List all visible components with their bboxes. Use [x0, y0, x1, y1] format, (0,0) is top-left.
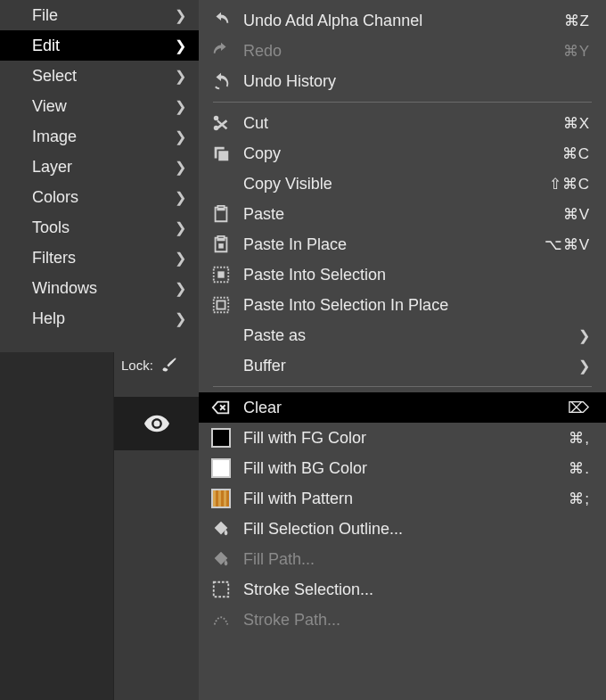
fg-swatch-icon	[209, 426, 233, 449]
edit-dropdown-menu: Undo Add Alpha Channel ⌘Z Redo ⌘Y Undo H…	[199, 0, 606, 700]
menu-layer-label: Layer	[32, 158, 72, 177]
menu-item-redo: Redo ⌘Y	[199, 36, 606, 66]
menu-item-shortcut: ⌘Z	[564, 12, 590, 30]
chevron-right-icon: ❯	[175, 7, 186, 24]
menu-item-shortcut: ⌘.	[569, 459, 590, 478]
menu-item-label: Fill with FG Color	[243, 429, 558, 448]
menu-item-label: Paste Into Selection In Place	[243, 296, 590, 315]
left-dock	[0, 352, 114, 700]
chevron-right-icon: ❯	[175, 189, 186, 206]
bg-swatch-icon	[209, 457, 233, 480]
menu-tools-label: Tools	[32, 218, 70, 237]
separator	[213, 386, 592, 387]
stroke-path-icon	[209, 608, 233, 631]
menu-item-paste-into-selection[interactable]: Paste Into Selection	[199, 259, 606, 290]
brush-icon[interactable]	[160, 356, 178, 374]
menu-item-paste-into-selection-in-place[interactable]: Paste Into Selection In Place	[199, 290, 606, 320]
menu-colors[interactable]: Colors ❯	[0, 182, 199, 212]
stroke-selection-icon	[209, 578, 233, 601]
menu-item-label: Stroke Path...	[243, 611, 590, 630]
menu-tools[interactable]: Tools ❯	[0, 212, 199, 243]
menu-windows-label: Windows	[32, 279, 97, 298]
menu-file[interactable]: File ❯	[0, 0, 199, 30]
menu-item-label: Paste Into Selection	[243, 266, 590, 284]
blank-icon	[209, 172, 233, 195]
menu-item-shortcut: ⌘X	[563, 114, 590, 133]
menu-filters[interactable]: Filters ❯	[0, 243, 199, 273]
menu-item-label: Paste	[243, 205, 553, 224]
menu-filters-label: Filters	[32, 249, 76, 268]
menu-item-shortcut: ⌘;	[569, 490, 590, 508]
menu-item-cut[interactable]: Cut ⌘X	[199, 108, 606, 138]
menu-item-label: Paste as	[243, 326, 568, 345]
menu-item-paste[interactable]: Paste ⌘V	[199, 199, 606, 229]
menu-item-label: Buffer	[243, 357, 568, 375]
undo-icon	[209, 9, 233, 32]
menu-select[interactable]: Select ❯	[0, 61, 199, 91]
menu-item-stroke-selection[interactable]: Stroke Selection...	[199, 574, 606, 605]
menu-item-paste-in-place[interactable]: Paste In Place ⌥⌘V	[199, 229, 606, 259]
scissors-icon	[209, 111, 233, 135]
clear-icon	[209, 396, 233, 419]
menu-item-undo[interactable]: Undo Add Alpha Channel ⌘Z	[199, 5, 606, 36]
chevron-right-icon: ❯	[175, 128, 186, 145]
blank-icon	[209, 324, 233, 347]
menu-item-fill-selection-outline[interactable]: Fill Selection Outline...	[199, 514, 606, 544]
menu-item-fill-fg[interactable]: Fill with FG Color ⌘,	[199, 423, 606, 453]
svg-rect-4	[217, 301, 225, 309]
copy-icon	[209, 142, 233, 165]
menu-item-label: Fill Path...	[243, 550, 590, 569]
menu-view[interactable]: View ❯	[0, 91, 199, 121]
menu-item-label: Fill Selection Outline...	[243, 520, 590, 539]
menu-item-shortcut: ⌘Y	[563, 42, 590, 61]
menu-help[interactable]: Help ❯	[0, 303, 199, 334]
menu-item-label: Fill with BG Color	[243, 459, 558, 478]
menu-item-fill-bg[interactable]: Fill with BG Color ⌘.	[199, 453, 606, 483]
menu-item-label: Paste In Place	[243, 235, 534, 254]
svg-rect-2	[217, 271, 224, 277]
menu-item-label: Redo	[243, 42, 553, 61]
menu-item-label: Cut	[243, 114, 553, 133]
menu-layer[interactable]: Layer ❯	[0, 152, 199, 182]
menu-item-shortcut: ⌥⌘V	[545, 235, 590, 254]
menu-item-label: Copy	[243, 144, 552, 163]
menu-item-label: Copy Visible	[243, 175, 538, 194]
menu-edit[interactable]: Edit ❯	[0, 30, 199, 61]
menu-item-shortcut: ⌘C	[562, 144, 590, 163]
layers-panel: Lock:	[114, 352, 200, 700]
menu-item-copy-visible[interactable]: Copy Visible ⇧⌘C	[199, 169, 606, 199]
menu-item-buffer[interactable]: Buffer ❯	[199, 350, 606, 381]
redo-icon	[209, 39, 233, 62]
chevron-right-icon: ❯	[175, 98, 186, 115]
chevron-right-icon: ❯	[175, 280, 186, 297]
menu-item-copy[interactable]: Copy ⌘C	[199, 138, 606, 169]
menu-image[interactable]: Image ❯	[0, 121, 199, 152]
eye-icon[interactable]	[144, 415, 169, 432]
pattern-swatch-icon	[209, 487, 233, 510]
chevron-right-icon: ❯	[578, 327, 590, 344]
menu-item-shortcut: ⌘V	[563, 205, 590, 224]
chevron-right-icon: ❯	[578, 358, 590, 375]
menu-item-undo-history[interactable]: Undo History	[199, 66, 606, 96]
menu-edit-label: Edit	[32, 37, 60, 55]
menu-item-stroke-path: Stroke Path...	[199, 605, 606, 635]
separator	[213, 102, 592, 103]
menu-item-paste-as[interactable]: Paste as ❯	[199, 320, 606, 350]
svg-rect-5	[214, 582, 229, 597]
chevron-right-icon: ❯	[175, 159, 186, 176]
menu-windows[interactable]: Windows ❯	[0, 273, 199, 303]
menu-item-label: Undo History	[243, 72, 590, 91]
layer-row[interactable]	[114, 397, 200, 450]
chevron-right-icon: ❯	[175, 310, 186, 327]
svg-rect-3	[214, 298, 229, 313]
menu-item-clear[interactable]: Clear ⌦	[199, 392, 606, 423]
menu-item-label: Clear	[243, 399, 557, 417]
menu-view-label: View	[32, 97, 67, 116]
menu-item-fill-pattern[interactable]: Fill with Pattern ⌘;	[199, 483, 606, 514]
menu-file-label: File	[32, 6, 58, 25]
chevron-right-icon: ❯	[175, 68, 186, 85]
chevron-right-icon: ❯	[175, 37, 186, 54]
paste-into-selection-place-icon	[209, 293, 233, 317]
menu-item-label: Stroke Selection...	[243, 581, 590, 599]
paste-in-place-icon	[209, 233, 233, 256]
